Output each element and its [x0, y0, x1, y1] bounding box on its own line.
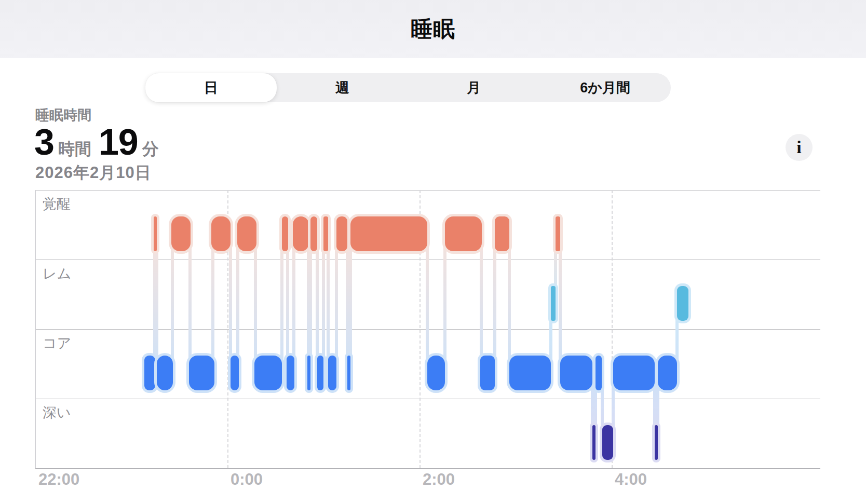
sleep-segment-awake [495, 216, 509, 251]
sleep-segment-core [596, 356, 602, 390]
sleep-segment-core [231, 356, 238, 390]
x-axis-tick-label: 22:00 [38, 470, 79, 489]
stage-transition-connector [346, 234, 349, 373]
sleep-segment-deep [602, 425, 614, 460]
stage-row-label-rem: レム [43, 264, 71, 283]
sleep-segment-awake [556, 216, 560, 251]
sleep-segment-awake [154, 216, 157, 251]
stage-transition-connector [349, 234, 352, 373]
sleep-segment-core [307, 356, 310, 390]
stage-transition-connector [335, 234, 338, 373]
sleep-segment-core [560, 356, 592, 390]
sleep-segment-core [347, 356, 350, 390]
stage-transition-connector [309, 234, 312, 373]
stage-row-label-awake: 覚醒 [43, 195, 71, 213]
sleep-segment-deep [655, 425, 658, 460]
sleep-segment-awake [323, 216, 328, 251]
sleep-segment-awake [445, 216, 482, 251]
tab-month-label: 月 [467, 78, 481, 97]
sleep-segment-core [480, 356, 495, 390]
stage-transition-connector [236, 234, 239, 373]
sleep-segment-awake [282, 216, 288, 251]
x-axis-tick-label: 2:00 [423, 470, 455, 489]
stage-transition-connector [211, 234, 214, 373]
tab-six-months[interactable]: 6か月間 [539, 73, 671, 102]
chart-left-border [35, 190, 36, 468]
tab-day-label: 日 [204, 78, 218, 97]
tab-week-label: 週 [335, 78, 349, 97]
stage-transition-connector [327, 234, 330, 373]
stage-transition-connector [280, 234, 283, 373]
sleep-segment-core [144, 356, 156, 390]
sleep-segment-awake [336, 216, 348, 251]
stage-transition-connector [171, 234, 174, 373]
stage-transition-connector [286, 234, 289, 373]
tab-six-months-label: 6か月間 [580, 78, 630, 97]
stage-transition-connector [443, 234, 446, 373]
stage-transition-connector [508, 234, 511, 373]
sleep-segment-awake [211, 216, 231, 251]
x-axis-tick-label: 0:00 [231, 470, 263, 489]
sleep-segment-core [157, 356, 173, 390]
x-axis-line [35, 468, 820, 469]
sleep-segment-core [328, 356, 336, 390]
sleep-segment-awake [310, 216, 317, 251]
tab-week[interactable]: 週 [277, 73, 408, 102]
sleep-segment-awake [237, 216, 256, 251]
stage-transition-connector [322, 234, 325, 373]
sleep-segment-core [658, 356, 677, 390]
stage-row-label-deep: 深い [43, 403, 71, 422]
sleep-segment-awake [293, 216, 309, 251]
tab-day[interactable]: 日 [145, 73, 277, 102]
row-grid-line [35, 190, 820, 190]
tab-month[interactable]: 月 [408, 73, 539, 102]
stage-transition-connector [426, 234, 429, 373]
stage-transition-connector [480, 234, 483, 373]
sleep-segment-core [427, 356, 445, 390]
row-grid-line [35, 399, 820, 399]
stage-transition-connector [188, 234, 192, 373]
sleep-segment-core [254, 356, 281, 390]
stage-transition-connector [229, 234, 232, 373]
sleep-segment-core [287, 356, 294, 390]
sleep-segment-rem [551, 286, 556, 321]
stage-row-label-core: コア [43, 334, 71, 352]
sleep-segment-deep [592, 425, 596, 460]
sleep-segment-core [509, 356, 551, 390]
stage-transition-connector [559, 234, 562, 373]
sleep-segment-core [317, 356, 323, 390]
sleep-segment-awake [350, 216, 427, 251]
stage-transition-connector [292, 234, 295, 373]
stage-transition-connector [316, 234, 319, 373]
stage-transition-connector [254, 234, 257, 373]
stage-transition-connector [155, 234, 158, 373]
sleep-segment-rem [677, 286, 688, 321]
stage-transition-connector [493, 234, 496, 373]
sleep-segment-core [189, 356, 214, 390]
sleep-segment-core [613, 356, 655, 390]
sleep-segment-awake [171, 216, 191, 251]
x-axis-tick-label: 4:00 [615, 470, 647, 489]
